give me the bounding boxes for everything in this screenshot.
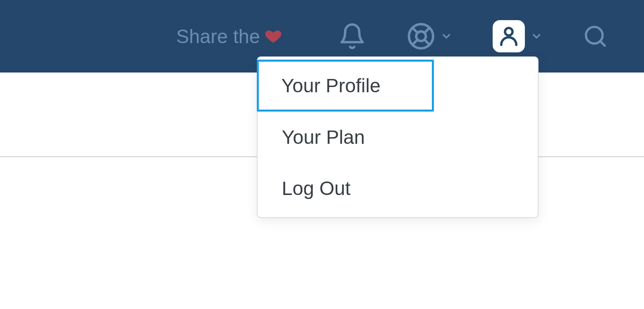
profile-menu-button[interactable] — [493, 20, 543, 52]
svg-line-8 — [600, 41, 605, 46]
help-menu-button[interactable] — [407, 22, 452, 51]
notifications-button[interactable] — [338, 22, 366, 50]
life-ring-icon — [407, 22, 436, 51]
share-the-link[interactable]: Share the — [176, 25, 282, 48]
menu-item-label: Log Out — [282, 178, 351, 199]
menu-item-label: Your Plan — [282, 127, 365, 148]
heart-icon — [265, 28, 282, 45]
chevron-down-icon — [440, 30, 452, 42]
user-icon — [497, 24, 520, 48]
search-icon — [583, 24, 608, 49]
profile-dropdown-menu: Your Profile Your Plan Log Out — [257, 56, 539, 218]
menu-item-your-profile[interactable]: Your Profile — [257, 60, 434, 112]
menu-item-your-plan[interactable]: Your Plan — [258, 112, 538, 163]
svg-line-4 — [424, 28, 429, 33]
share-the-label: Share the — [176, 25, 260, 48]
svg-line-2 — [413, 28, 418, 33]
profile-avatar-container — [493, 20, 525, 52]
svg-point-6 — [505, 28, 513, 35]
bell-icon — [338, 22, 366, 50]
svg-line-3 — [424, 39, 429, 45]
svg-line-5 — [413, 39, 418, 45]
search-button[interactable] — [583, 24, 608, 49]
menu-item-log-out[interactable]: Log Out — [258, 163, 538, 214]
menu-item-label: Your Profile — [281, 75, 380, 96]
chevron-down-icon — [530, 30, 543, 42]
